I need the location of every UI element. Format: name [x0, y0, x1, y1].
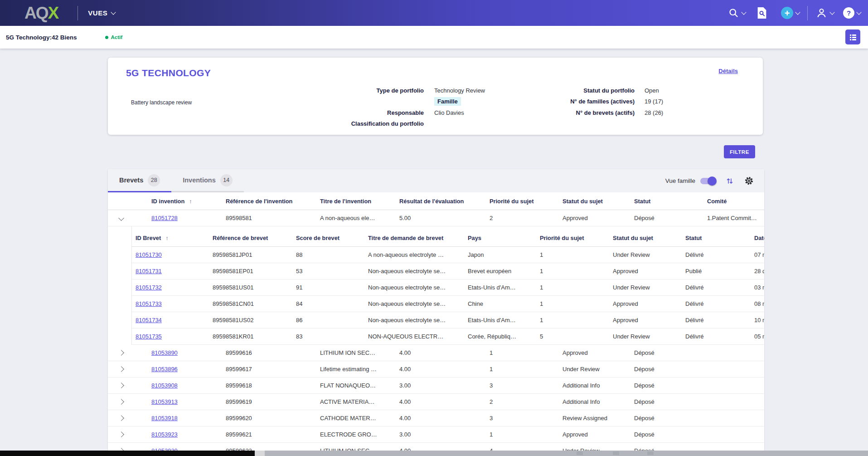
invention-id-link[interactable]: 81053896 — [151, 366, 178, 373]
taskbar-sliver-black — [0, 451, 255, 456]
list-view-button[interactable] — [845, 29, 860, 44]
invention-id-link[interactable]: 81051728 — [151, 215, 178, 221]
invention-id-link[interactable]: 81053908 — [151, 382, 178, 389]
cell-status: Déposé — [630, 410, 703, 427]
field-value: Open — [645, 87, 659, 94]
field-label: Classification du portfolio — [312, 120, 424, 127]
family-view-label: Vue famille — [665, 177, 695, 184]
column-header-score[interactable]: Score de brevet — [292, 229, 364, 247]
cell-subject-status: Approved — [609, 312, 682, 329]
invention-id-link[interactable]: 81053890 — [151, 349, 178, 356]
expand-cell[interactable] — [108, 361, 148, 378]
column-header-id-invention[interactable]: ID invention↑ — [148, 192, 222, 210]
expand-cell[interactable] — [108, 410, 148, 427]
cell-status: Déposé — [630, 345, 703, 361]
column-header-titre-demande[interactable]: Titre de demande de brevet — [364, 229, 464, 247]
cell-priority: 1 — [486, 361, 559, 378]
table-controls: Vue famille — [665, 169, 764, 192]
tab-inventions[interactable]: Inventions 14 — [171, 169, 244, 192]
cell-subject-status: Additional Info — [559, 394, 630, 410]
family-view-toggle[interactable] — [700, 178, 716, 184]
column-header-id-brevet[interactable]: ID Brevet↑ — [132, 229, 209, 247]
user-menu-button[interactable] — [815, 7, 834, 19]
logo-letter-green: X — [48, 4, 58, 22]
patent-id-link[interactable]: 81051733 — [136, 300, 162, 307]
expand-cell[interactable] — [108, 427, 148, 443]
column-header-priorite[interactable]: Priorité du sujet — [536, 229, 609, 247]
top-navbar: AQX VUES + ? — [0, 0, 868, 26]
document-search-icon — [756, 7, 767, 19]
column-header-statut[interactable]: Statut — [630, 192, 703, 210]
search-button[interactable] — [728, 7, 746, 19]
cell-priority: 1 — [536, 247, 609, 263]
column-header-statut-sujet[interactable]: Statut du sujet — [559, 192, 630, 210]
invention-id-link[interactable]: 81053913 — [151, 398, 178, 405]
cell-committee — [703, 361, 764, 378]
cell-status: Délivré — [682, 329, 751, 345]
cell-status: Délivré — [682, 279, 751, 296]
gear-icon — [744, 176, 754, 186]
expand-cell[interactable] — [108, 394, 148, 410]
cell-country: Etats-Unis d'Am… — [464, 312, 536, 329]
cell-subject-status: Approved — [609, 263, 682, 279]
cell-title: FLAT NONAQUEO… — [316, 378, 396, 394]
invention-row: 8105391389599619ACTIVE MATERIA…4.002Addi… — [108, 394, 764, 410]
field-label: Type de portfolio — [312, 87, 424, 94]
expand-cell[interactable] — [108, 345, 148, 361]
sort-arrows-icon — [727, 177, 733, 185]
add-button[interactable]: + — [781, 7, 800, 19]
details-link[interactable]: Détails — [718, 68, 738, 74]
invention-id-link[interactable]: 81053923 — [151, 431, 178, 438]
cell-reference: 89599618 — [222, 378, 316, 394]
cell-id: 81053930 — [148, 443, 222, 451]
column-header-statut-sujet[interactable]: Statut du sujet — [609, 229, 682, 247]
sort-button[interactable] — [727, 177, 733, 185]
column-header-pays[interactable]: Pays — [464, 229, 536, 247]
column-header-resultat[interactable]: Résultat de l'évaluation — [396, 192, 486, 210]
cell-status: Déposé — [630, 361, 703, 378]
patent-row: 8105173489598581US0286Non-aqueous electr… — [132, 312, 764, 329]
column-header-priorite[interactable]: Priorité du sujet — [486, 192, 559, 210]
cell-id: 81053913 — [148, 394, 222, 410]
column-header-reference[interactable]: Référence de l'invention — [222, 192, 316, 210]
cell-id: 81053908 — [148, 378, 222, 394]
cell-subject-status: Approved — [559, 210, 630, 226]
cell-reference: 89599622 — [222, 443, 316, 451]
patent-id-link[interactable]: 81051734 — [136, 317, 162, 324]
cell-title: Non-aqueous electrolyte se… — [364, 312, 464, 329]
column-header-statut[interactable]: Statut — [682, 229, 751, 247]
tab-brevets[interactable]: Brevets 28 — [108, 169, 171, 192]
patent-row: 8105173089598581JP0188A non-aqueous elec… — [132, 247, 764, 263]
cell-status: Publié — [682, 263, 751, 279]
cell-country: Japon — [464, 247, 536, 263]
cell-priority: 1 — [536, 263, 609, 279]
settings-button[interactable] — [744, 176, 754, 186]
cell-status: Déposé — [630, 427, 703, 443]
column-header-titre[interactable]: Titre de l'invention — [316, 192, 396, 210]
vues-menu[interactable]: VUES — [88, 9, 115, 17]
patent-id-link[interactable]: 81051732 — [136, 284, 162, 291]
column-header-date[interactable]: Date — [751, 229, 764, 247]
document-search-button[interactable] — [756, 7, 767, 19]
logo-letters-gray: AQ — [24, 4, 48, 22]
patent-id-link[interactable]: 81051730 — [136, 251, 162, 258]
invention-id-link[interactable]: 81053918 — [151, 415, 178, 422]
cell-title: CATHODE MATER… — [316, 410, 396, 427]
column-header-reference-brevet[interactable]: Référence de brevet — [209, 229, 292, 247]
cell-country: Brevet européen — [464, 263, 536, 279]
cell-title: ACTIVE MATERIA… — [316, 394, 396, 410]
column-header-comite[interactable]: Comité — [703, 192, 764, 210]
patent-id-link[interactable]: 81051731 — [136, 268, 162, 275]
expand-cell[interactable] — [108, 378, 148, 394]
tab-label: Inventions — [183, 177, 216, 184]
patent-id-link[interactable]: 81051735 — [136, 333, 162, 340]
cell-date: 03 m — [751, 279, 764, 296]
collapse-cell[interactable] — [108, 210, 148, 226]
chevron-down-icon — [111, 10, 116, 15]
invention-id-link[interactable]: 81053930 — [151, 447, 178, 451]
expand-cell[interactable] — [108, 443, 148, 451]
cell-score: 91 — [292, 279, 364, 296]
cell-reference: 89598581CN01 — [209, 296, 292, 312]
filter-button[interactable]: FILTRE — [724, 145, 755, 158]
help-menu-button[interactable]: ? — [843, 7, 861, 19]
